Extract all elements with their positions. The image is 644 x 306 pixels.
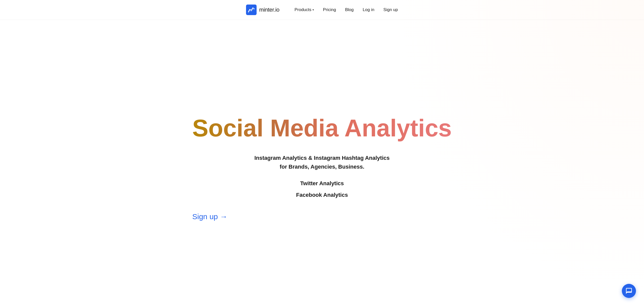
navbar: minter.io Products ▾ Pricing Blog Log in… [0,0,644,20]
feature-twitter: Twitter Analytics [300,180,344,187]
hero-section: Social Media Analytics Instagram Analyti… [0,20,644,306]
nav-blog[interactable]: Blog [345,7,354,12]
hero-features: Twitter Analytics Facebook Analytics [192,180,452,198]
nav-menu: Products ▾ Pricing Blog Log in Sign up [295,7,398,12]
hero-cta-button[interactable]: Sign up → [192,212,452,221]
chat-bubble-button[interactable] [622,284,636,298]
nav-signup[interactable]: Sign up [383,7,398,12]
logo-link[interactable]: minter.io [246,5,279,15]
chat-icon [625,287,632,294]
nav-products[interactable]: Products ▾ [295,7,314,12]
feature-facebook: Facebook Analytics [296,192,348,198]
nav-login[interactable]: Log in [363,7,374,12]
logo-text: minter.io [259,7,279,13]
products-dropdown-arrow: ▾ [312,8,314,12]
nav-pricing[interactable]: Pricing [323,7,336,12]
hero-content: Social Media Analytics Instagram Analyti… [192,115,452,221]
hero-title: Social Media Analytics [192,115,452,141]
logo-icon [246,5,257,15]
hero-subtitle: Instagram Analytics & Instagram Hashtag … [192,154,452,171]
